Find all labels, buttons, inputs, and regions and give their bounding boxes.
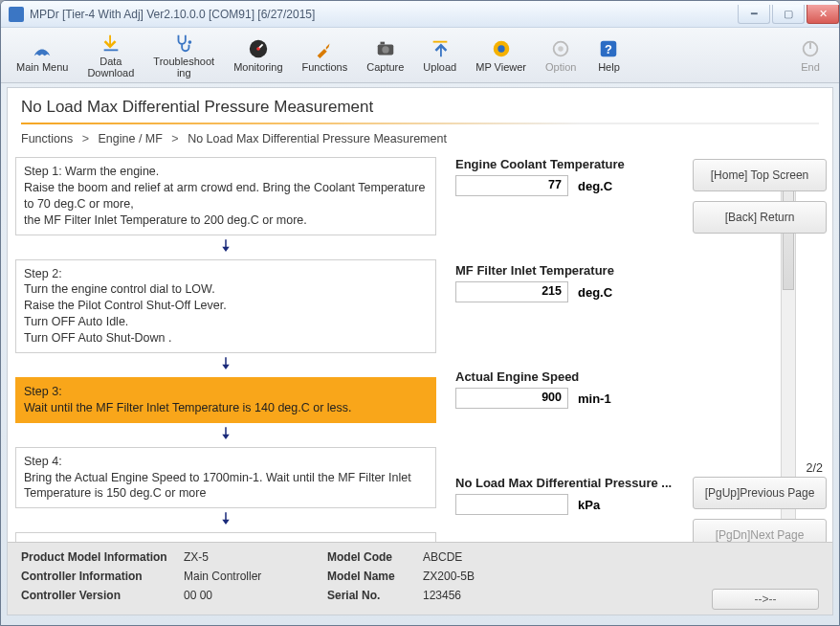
back-return-button[interactable]: [Back] Return — [693, 201, 827, 234]
svg-point-3 — [256, 47, 260, 51]
tool-functions[interactable]: Functions — [293, 35, 358, 76]
breadcrumb: Functions > Engine / MF > No Load Max Di… — [8, 124, 832, 153]
client-area: No Load Max Differential Pressure Measur… — [7, 87, 833, 615]
reading-unit: deg.C — [578, 179, 612, 193]
app-window: MPDr [Tier-4 With Adj] Ver2.10.0.0 [COM9… — [0, 0, 840, 626]
pmi-value: ZX-5 — [184, 550, 318, 564]
tool-help[interactable]: ? Help — [586, 35, 631, 76]
tool-label: Data Download — [87, 56, 134, 78]
toolbar: Main Menu Data Download Troubleshoot ing… — [1, 28, 839, 83]
tool-label: Troubleshoot ing — [153, 56, 214, 78]
camera-icon — [372, 37, 399, 60]
gear-icon — [547, 37, 574, 60]
mc-label: Model Code — [327, 550, 413, 564]
tool-label: Monitoring — [233, 62, 282, 74]
home-top-screen-button[interactable]: [Home] Top Screen — [693, 159, 827, 191]
tool-label: Option — [545, 62, 576, 74]
cv-label: Controller Version — [21, 589, 174, 610]
arrow-down-icon — [15, 423, 436, 447]
tool-label: MP Viewer — [475, 62, 526, 74]
tool-troubleshooting[interactable]: Troubleshoot ing — [144, 30, 224, 80]
reading-value: 215 — [455, 281, 568, 302]
sn-value: 123456 — [423, 589, 557, 610]
breadcrumb-sep: > — [166, 132, 184, 145]
arrow-down-icon — [15, 508, 436, 532]
tool-label: Functions — [302, 62, 348, 74]
power-icon — [797, 37, 824, 60]
pmi-label: Product Model Information — [21, 550, 174, 564]
tool-upload[interactable]: Upload — [413, 35, 466, 76]
tool-option[interactable]: Option — [536, 35, 586, 76]
reading-unit: deg.C — [578, 285, 612, 300]
home-icon — [29, 37, 55, 60]
mn-value: ZX200-5B — [423, 570, 557, 583]
reading-value: 900 — [455, 388, 568, 409]
viewer-icon — [488, 37, 515, 60]
page-title: No Load Max Differential Pressure Measur… — [8, 88, 832, 123]
reading-value — [455, 494, 568, 515]
right-button-panel: [Home] Top Screen [Back] Return [PgUp]Pr… — [693, 159, 827, 561]
maximize-button[interactable]: ▢ — [772, 5, 805, 24]
breadcrumb-item[interactable]: Functions — [21, 132, 73, 145]
tool-icon — [311, 37, 338, 60]
footer-info: Product Model Information ZX-5 Model Cod… — [8, 542, 832, 615]
mc-value: ABCDE — [423, 550, 557, 564]
step-4: Step 4: Bring the Actual Engine Speed to… — [15, 447, 436, 509]
step-title: Step 4: — [24, 454, 428, 470]
close-button[interactable]: ✕ — [807, 5, 839, 24]
tool-main-menu[interactable]: Main Menu — [7, 35, 77, 76]
svg-point-5 — [382, 46, 388, 53]
step-2: Step 2: Turn the engine control dial to … — [15, 259, 436, 353]
minimize-button[interactable]: ━ — [738, 5, 770, 24]
tool-monitoring[interactable]: Monitoring — [224, 35, 292, 76]
download-icon — [98, 32, 124, 55]
ci-label: Controller Information — [21, 570, 174, 583]
gauge-icon — [245, 37, 272, 60]
cv-value: 00 00 — [184, 589, 318, 610]
step-body: Turn the engine control dial to LOW. Rai… — [24, 281, 428, 347]
upload-icon — [427, 37, 453, 60]
tool-label: Upload — [423, 62, 456, 74]
svg-rect-0 — [104, 49, 119, 51]
svg-text:?: ? — [606, 41, 613, 56]
reading-unit: kPa — [578, 498, 600, 512]
window-title: MPDr [Tier-4 With Adj] Ver2.10.0.0 [COM9… — [30, 8, 315, 21]
help-icon: ? — [595, 37, 622, 60]
reading-value: 77 — [455, 175, 568, 196]
step-body: Bring the Actual Engine Speed to 1700min… — [24, 470, 428, 503]
tool-end[interactable]: End — [787, 35, 833, 76]
reading-unit: min-1 — [578, 391, 611, 406]
step-title: Step 2: — [24, 266, 428, 282]
arrow-down-icon — [15, 235, 436, 259]
tool-label: Help — [598, 62, 620, 74]
tool-capture[interactable]: Capture — [357, 35, 413, 76]
breadcrumb-item[interactable]: Engine / MF — [98, 132, 162, 145]
sn-label: Serial No. — [327, 589, 413, 610]
step-body: Raise the boom and relief at arm crowd e… — [24, 180, 428, 229]
tool-label: Capture — [366, 62, 404, 74]
breadcrumb-item[interactable]: No Load Max Differential Pressure Measur… — [188, 132, 447, 145]
arrow-down-icon — [15, 353, 436, 377]
page-counter: 2/2 — [807, 461, 823, 475]
svg-rect-6 — [380, 41, 385, 44]
step-title: Step 1: Warm the engine. — [24, 164, 428, 180]
tool-mp-viewer[interactable]: MP Viewer — [466, 35, 536, 76]
pgup-previous-button[interactable]: [PgUp]Previous Page — [693, 477, 827, 509]
step-3-active: Step 3: Wait until the MF Filter Inlet T… — [15, 377, 436, 423]
svg-point-1 — [188, 40, 192, 44]
tool-label: End — [801, 62, 820, 74]
step-title: Step 3: — [24, 384, 428, 400]
stethoscope-icon — [170, 32, 197, 55]
breadcrumb-sep: > — [77, 132, 95, 145]
svg-rect-7 — [432, 40, 447, 42]
mn-label: Model Name — [327, 570, 413, 583]
titlebar: MPDr [Tier-4 With Adj] Ver2.10.0.0 [COM9… — [1, 1, 839, 28]
ci-value: Main Controller — [184, 570, 318, 583]
tool-label: Main Menu — [16, 62, 68, 74]
step-body: Wait until the MF Filter Inlet Temperatu… — [24, 400, 428, 416]
footer-arrow-button[interactable]: -->-- — [712, 589, 819, 610]
tool-data-download[interactable]: Data Download — [77, 30, 144, 80]
svg-point-10 — [558, 46, 564, 52]
window-buttons: ━ ▢ ✕ — [736, 5, 839, 24]
step-1: Step 1: Warm the engine. Raise the boom … — [15, 157, 436, 235]
